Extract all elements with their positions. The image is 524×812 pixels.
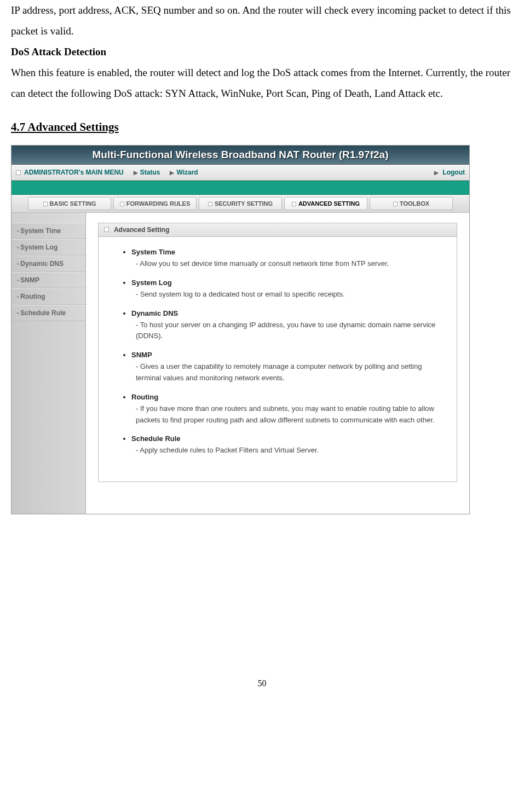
item-system-time[interactable]: System Time xyxy=(131,248,440,256)
paragraph-1: IP address, port address, ACK, SEQ numbe… xyxy=(11,0,513,42)
arrow-icon: ▶ xyxy=(134,170,138,176)
tab-security-setting[interactable]: SECURITY SETTING xyxy=(199,197,282,210)
sidebar: System Time System Log Dynamic DNS SNMP … xyxy=(11,213,86,514)
main-content: Advanced Setting System Time Allow you t… xyxy=(86,213,469,514)
sidebar-item-schedule-rule[interactable]: Schedule Rule xyxy=(11,305,85,321)
square-icon xyxy=(208,202,212,206)
item-schedule-rule[interactable]: Schedule Rule xyxy=(131,434,440,443)
sidebar-item-snmp[interactable]: SNMP xyxy=(11,272,85,288)
sidebar-item-system-log[interactable]: System Log xyxy=(11,239,85,256)
square-icon xyxy=(104,227,109,232)
square-icon xyxy=(43,202,48,206)
desc-snmp: Gives a user the capability to remotely … xyxy=(136,361,440,384)
tab-advanced-setting[interactable]: ADVANCED SETTING xyxy=(284,197,367,210)
sidebar-item-dynamic-dns[interactable]: Dynamic DNS xyxy=(11,256,85,272)
desc-system-time: Allow you to set device time manually or… xyxy=(136,258,440,270)
panel-title: Advanced Setting xyxy=(114,226,169,234)
page-number: 50 xyxy=(11,678,513,699)
panel-header: Advanced Setting xyxy=(99,223,457,237)
square-icon xyxy=(292,202,296,206)
menu-logout[interactable]: Logout xyxy=(442,169,465,176)
window-title: Multi-Functional Wireless Broadband NAT … xyxy=(11,146,469,165)
item-system-log[interactable]: System Log xyxy=(131,279,440,287)
square-icon xyxy=(120,202,124,206)
item-routing[interactable]: Routing xyxy=(131,393,440,401)
tab-toolbox[interactable]: TOOLBOX xyxy=(370,197,453,210)
advanced-setting-panel: Advanced Setting System Time Allow you t… xyxy=(98,223,457,482)
item-snmp[interactable]: SNMP xyxy=(131,351,440,359)
router-admin-screenshot: Multi-Functional Wireless Broadband NAT … xyxy=(11,145,470,514)
heading-dos: DoS Attack Detection xyxy=(11,42,513,62)
paragraph-2: When this feature is enabled, the router… xyxy=(11,62,513,104)
square-icon xyxy=(393,202,398,206)
desc-system-log: Send system log to a dedicated host or e… xyxy=(136,289,440,300)
desc-schedule-rule: Apply schedule rules to Packet Filters a… xyxy=(136,445,440,456)
menu-wizard[interactable]: Wizard xyxy=(176,169,198,176)
tab-forwarding-rules[interactable]: FORWARDING RULES xyxy=(113,197,197,210)
menu-status[interactable]: Status xyxy=(140,169,160,176)
item-dynamic-dns[interactable]: Dynamic DNS xyxy=(131,309,440,317)
section-heading: 4.7 Advanced Settings xyxy=(11,120,513,134)
sidebar-item-routing[interactable]: Routing xyxy=(11,288,85,305)
main-menu-label[interactable]: ADMINISTRATOR's MAIN MENU xyxy=(24,169,124,176)
tab-bar: BASIC SETTING FORWARDING RULES SECURITY … xyxy=(11,195,469,213)
desc-dynamic-dns: To host your server on a changing IP add… xyxy=(136,320,440,343)
sidebar-item-system-time[interactable]: System Time xyxy=(11,223,85,239)
arrow-icon: ▶ xyxy=(170,170,174,176)
arrow-icon: ▶ xyxy=(434,170,439,176)
desc-routing: If you have more than one routers and su… xyxy=(136,403,440,426)
square-icon xyxy=(16,170,21,175)
tab-basic-setting[interactable]: BASIC SETTING xyxy=(28,197,111,210)
main-menu-bar: ADMINISTRATOR's MAIN MENU ▶ Status ▶ Wiz… xyxy=(11,165,469,181)
teal-divider xyxy=(11,181,469,195)
